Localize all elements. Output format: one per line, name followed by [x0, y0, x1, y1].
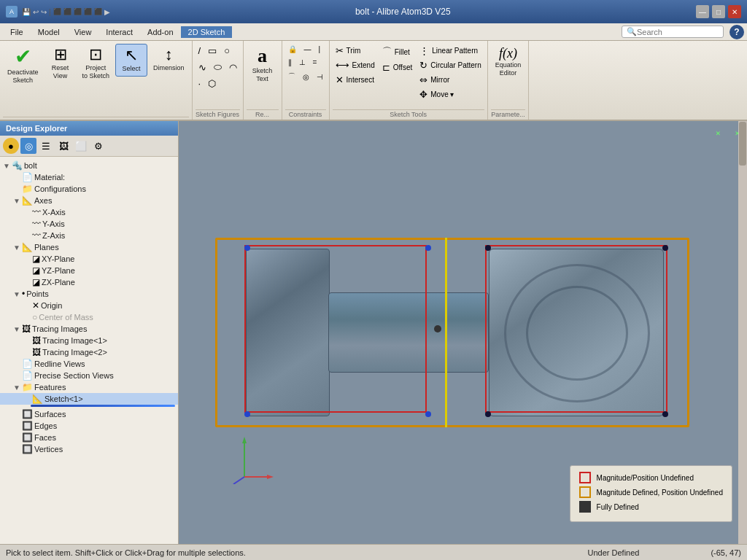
equal-btn[interactable]: = — [310, 57, 320, 68]
right-corner-dot-tl — [485, 245, 491, 251]
tangent-btn[interactable]: ⌒ — [285, 70, 298, 83]
polygon-btn[interactable]: ⬡ — [205, 77, 219, 90]
minimize-button[interactable]: — — [696, 5, 709, 18]
tree-item-surfaces[interactable]: 🔲Surfaces — [0, 408, 178, 420]
menu-file[interactable]: File — [3, 26, 31, 38]
menu-model[interactable]: Model — [31, 26, 67, 38]
select-button[interactable]: ↖ Select — [115, 44, 147, 77]
tree-item-center-of-mass[interactable]: ○Center of Mass — [0, 311, 178, 323]
ellipse-btn[interactable]: ⬭ — [211, 60, 225, 74]
redo-icon[interactable]: ↪ — [41, 8, 47, 16]
tree-item-z-axis[interactable]: 〰Z-Axis — [0, 230, 178, 241]
tree-item-yz-plane[interactable]: ◪YZ-Plane — [0, 265, 178, 276]
reset-view-button[interactable]: ⊞ ResetView — [44, 44, 77, 83]
de-btn-circle[interactable]: ● — [3, 138, 19, 154]
menu-view[interactable]: View — [67, 26, 99, 38]
undo-icon[interactable]: ↩ — [33, 8, 39, 16]
mirror-icon: ⇔ — [419, 74, 427, 85]
tree-item-material[interactable]: 📄Material: — [0, 171, 178, 183]
expand-icon-tracing-images[interactable]: ▼ — [13, 325, 22, 333]
close-button[interactable]: ✕ — [728, 5, 741, 18]
point-btn[interactable]: · — [196, 77, 204, 90]
rect-btn[interactable]: ▭ — [205, 44, 220, 58]
circular-pattern-button[interactable]: ↻ Circular Pattern — [417, 58, 484, 72]
project-to-sketch-button[interactable]: ⊡ Projectto Sketch — [78, 44, 115, 83]
de-btn-box[interactable]: ⬜ — [73, 138, 89, 154]
expand-icon-planes[interactable]: ▼ — [13, 244, 22, 252]
horiz-btn[interactable]: — — [301, 44, 314, 55]
maximize-button[interactable]: □ — [712, 5, 725, 18]
status-right: (-65, 47) — [668, 548, 741, 557]
trim-button[interactable]: ✂ Trim — [333, 44, 378, 58]
expand-icon-points[interactable]: ▼ — [13, 290, 22, 298]
tree-item-precise-section-views[interactable]: 📄Precise Section Views — [0, 370, 178, 381]
tree-item-zx-plane[interactable]: ◪ZX-Plane — [0, 276, 178, 288]
tree-item-x-axis[interactable]: 〰X-Axis — [0, 206, 178, 218]
tree-label-axes: Axes — [34, 196, 52, 205]
intersect-button[interactable]: ✕ Intersect — [333, 73, 378, 87]
tree-item-bolt-root[interactable]: ▼🔩bolt — [0, 160, 178, 171]
move-button[interactable]: ✥ Move ▾ — [417, 88, 484, 101]
tree-item-points[interactable]: ▼•Points — [0, 288, 178, 300]
concentric-btn[interactable]: ◎ — [300, 70, 312, 83]
tree-label-planes: Planes — [34, 243, 59, 252]
tree-item-sketch1[interactable]: 📐Sketch<1> — [0, 393, 178, 405]
tree-item-edges[interactable]: 🔲Edges — [0, 420, 178, 432]
tree-item-vertices[interactable]: 🔲Vertices — [0, 443, 178, 455]
vert-btn[interactable]: | — [316, 44, 324, 55]
midpoint-btn[interactable]: ⊣ — [314, 70, 326, 83]
parallel-btn[interactable]: ∥ — [285, 57, 295, 68]
tree-item-faces[interactable]: 🔲Faces — [0, 432, 178, 443]
sketch-text-button[interactable]: a SketchText — [247, 44, 279, 86]
circle-btn[interactable]: ○ — [221, 44, 233, 58]
help-button[interactable]: ? — [729, 25, 744, 39]
fix-icon: 🔒 — [288, 45, 297, 53]
scrollbar-thumb[interactable] — [739, 122, 746, 166]
tree-item-configurations[interactable]: 📁Configurations — [0, 183, 178, 195]
de-btn-settings[interactable]: ⚙ — [90, 138, 107, 154]
menu-2d-sketch[interactable]: 2D Sketch — [181, 26, 233, 38]
mirror-button[interactable]: ⇔ Mirror — [417, 73, 484, 87]
menu-addon[interactable]: Add-on — [140, 26, 180, 38]
line-btn[interactable]: / — [196, 44, 204, 58]
tree-label-tracing-images: Tracing Images — [32, 324, 87, 333]
search-input[interactable] — [637, 28, 717, 36]
tree-item-xy-plane[interactable]: ◪XY-Plane — [0, 253, 178, 265]
de-btn-list[interactable]: ☰ — [38, 138, 54, 154]
canvas-area[interactable]: ✕ ✕ Magnitude/Position Undefined — [179, 121, 747, 544]
expand-icon-bolt-root[interactable]: ▼ — [3, 162, 12, 170]
vertical-scrollbar[interactable] — [738, 121, 747, 544]
de-btn-blue[interactable]: ◎ — [20, 138, 36, 154]
tree-item-planes[interactable]: ▼📐Planes — [0, 241, 178, 253]
expand-icon-axes[interactable]: ▼ — [13, 197, 22, 205]
dimension-button[interactable]: ↕ Dimension — [149, 44, 189, 75]
perp-btn[interactable]: ⊥ — [296, 57, 309, 68]
tree-item-tracing-image-1[interactable]: 🖼Tracing Image<1> — [0, 335, 178, 346]
tree-item-redline-views[interactable]: 📄Redline Views — [0, 358, 178, 370]
tree-icon-y-axis: 〰 — [32, 219, 41, 229]
menu-interact[interactable]: Interact — [98, 26, 140, 38]
tree-item-y-axis[interactable]: 〰Y-Axis — [0, 218, 178, 230]
spline-btn[interactable]: ∿ — [196, 60, 209, 74]
bolt-container — [215, 238, 689, 427]
tree-item-axes[interactable]: ▼📐Axes — [0, 195, 178, 206]
arc-btn[interactable]: ◠ — [226, 60, 240, 74]
offset-button[interactable]: ⊏ Offset — [379, 61, 416, 74]
toolbar-more-icon[interactable]: ▶ — [104, 8, 110, 16]
app-logo-icon: A — [6, 6, 18, 18]
save-icon[interactable]: 💾 — [22, 8, 31, 16]
tree-label-yz-plane: YZ-Plane — [42, 266, 75, 275]
tree-item-origin[interactable]: ✕Origin — [0, 300, 178, 311]
linear-pattern-button[interactable]: ⋮ Linear Pattern — [417, 44, 484, 58]
fillet-button[interactable]: ⌒ Fillet — [379, 44, 416, 60]
tree-icon-zx-plane: ◪ — [32, 277, 40, 287]
expand-icon-features[interactable]: ▼ — [13, 384, 22, 392]
extend-button[interactable]: ⟷ Extend — [333, 58, 378, 72]
equation-editor-button[interactable]: f(x) EquationEditor — [491, 44, 526, 80]
de-btn-image[interactable]: 🖼 — [55, 138, 71, 154]
tree-item-tracing-images[interactable]: ▼🖼Tracing Images — [0, 323, 178, 335]
fix-btn[interactable]: 🔒 — [285, 44, 300, 55]
deactivate-sketch-button[interactable]: ✔ DeactivateSketch — [3, 44, 43, 88]
tree-item-features[interactable]: ▼📁Features — [0, 381, 178, 393]
tree-item-tracing-image-2[interactable]: 🖼Tracing Image<2> — [0, 346, 178, 358]
